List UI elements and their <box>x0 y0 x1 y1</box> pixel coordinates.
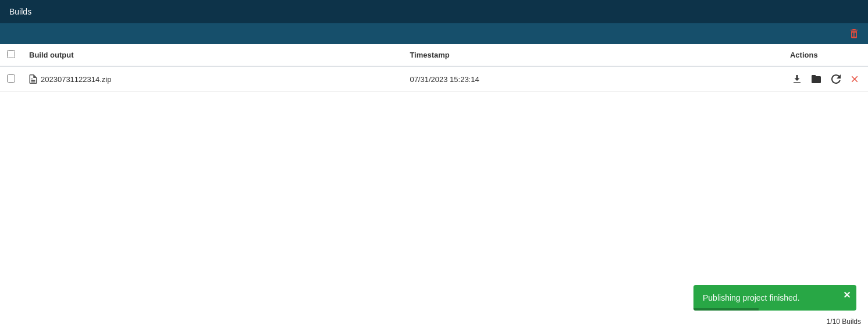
download-button[interactable] <box>790 73 804 85</box>
select-all-checkbox[interactable] <box>7 50 15 58</box>
file-name: 20230731122314.zip <box>41 75 111 84</box>
trash-icon <box>849 28 859 39</box>
col-header-build-output: Build output <box>22 44 403 66</box>
toast-progress-bar <box>693 308 759 311</box>
close-icon <box>851 76 858 83</box>
toast-message: Publishing project finished. <box>703 293 800 302</box>
extract-button[interactable] <box>809 73 824 85</box>
toast-close-button[interactable]: ✕ <box>843 290 851 301</box>
folder-icon <box>812 75 821 83</box>
delete-all-button[interactable] <box>846 26 862 41</box>
delete-row-button[interactable] <box>848 74 861 84</box>
download-icon <box>793 74 801 84</box>
timestamp: 07/31/2023 15:23:14 <box>403 66 783 92</box>
toolbar-row <box>0 23 868 44</box>
toast-notification: Publishing project finished. ✕ <box>693 285 856 311</box>
table-header-row: Build output Timestamp Actions <box>0 44 868 66</box>
action-icons <box>790 73 861 85</box>
title-bar: Builds <box>0 0 868 23</box>
col-header-checkbox <box>0 44 22 66</box>
rebuild-button[interactable] <box>828 73 844 85</box>
refresh-icon <box>831 74 841 84</box>
col-header-timestamp: Timestamp <box>403 44 783 66</box>
footer-status: 1/10 Builds <box>820 315 868 328</box>
file-icon <box>29 74 37 84</box>
builds-table: Build output Timestamp Actions 202307311… <box>0 44 868 92</box>
table-row: 20230731122314.zip07/31/2023 15:23:14 <box>0 66 868 92</box>
page-title: Builds <box>9 7 31 16</box>
row-checkbox[interactable] <box>7 74 15 83</box>
col-header-actions: Actions <box>783 44 868 66</box>
